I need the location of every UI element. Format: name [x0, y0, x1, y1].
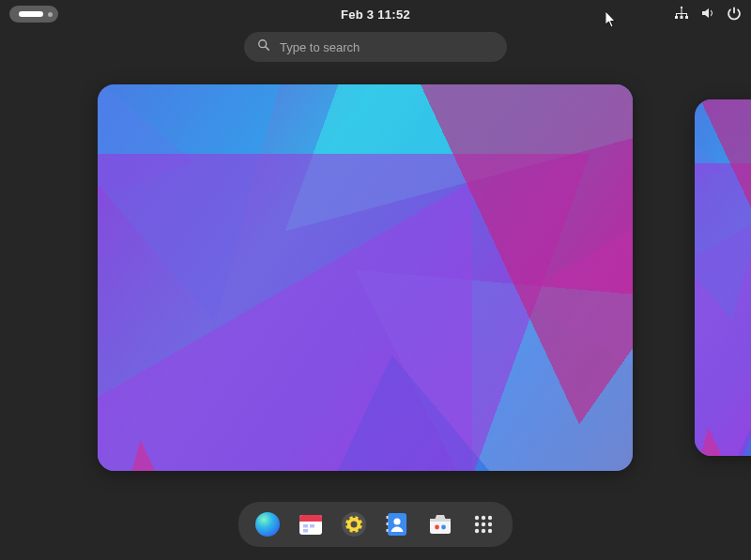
svg-rect-6 [675, 16, 678, 19]
dock-app-contacts[interactable] [383, 510, 411, 538]
dock-app-settings[interactable] [340, 510, 368, 538]
svg-rect-4 [686, 13, 687, 16]
svg-rect-21 [353, 531, 356, 535]
svg-point-45 [482, 529, 485, 533]
workspace-2[interactable] [695, 99, 751, 456]
svg-rect-16 [310, 524, 314, 528]
svg-rect-8 [685, 16, 688, 19]
desktop-wallpaper [695, 99, 751, 456]
dock-app-calendar[interactable] [297, 510, 325, 538]
svg-rect-32 [387, 522, 389, 525]
svg-point-41 [475, 522, 479, 526]
svg-point-46 [488, 529, 492, 533]
dock-app-grid[interactable] [469, 510, 498, 538]
svg-point-38 [475, 516, 479, 520]
svg-point-39 [482, 516, 485, 520]
svg-rect-3 [676, 13, 677, 16]
svg-rect-35 [430, 519, 451, 522]
dock-app-web-browser[interactable] [253, 510, 282, 538]
system-tray[interactable] [674, 6, 742, 23]
svg-point-36 [435, 525, 439, 530]
search-icon [257, 38, 270, 55]
svg-point-28 [351, 522, 358, 528]
svg-line-10 [266, 47, 269, 51]
search-input[interactable] [280, 40, 494, 54]
power-icon[interactable] [727, 6, 742, 23]
svg-point-44 [475, 529, 479, 533]
svg-point-37 [441, 525, 446, 530]
desktop-wallpaper [98, 84, 633, 471]
volume-icon[interactable] [700, 6, 715, 23]
svg-rect-5 [682, 13, 682, 16]
dock-app-software[interactable] [426, 510, 454, 538]
dock [238, 502, 513, 547]
svg-rect-20 [353, 514, 356, 518]
top-bar: Feb 3 11:52 [0, 4, 751, 24]
workspace-overview [0, 84, 751, 478]
clock[interactable]: Feb 3 11:52 [341, 8, 410, 22]
svg-point-40 [488, 516, 492, 520]
svg-rect-7 [681, 16, 683, 19]
svg-rect-17 [303, 529, 308, 533]
svg-rect-23 [360, 523, 364, 526]
svg-rect-14 [299, 519, 322, 522]
search-bar[interactable] [244, 32, 507, 62]
svg-rect-33 [387, 529, 389, 532]
workspace-1[interactable] [98, 84, 633, 471]
svg-rect-31 [387, 516, 389, 519]
svg-rect-1 [682, 8, 682, 13]
svg-point-11 [255, 512, 280, 537]
network-icon[interactable] [674, 6, 689, 23]
svg-point-30 [393, 518, 400, 524]
activities-button[interactable] [9, 6, 58, 23]
svg-rect-0 [681, 7, 682, 8]
svg-point-42 [482, 522, 485, 526]
svg-point-43 [488, 522, 492, 526]
svg-rect-15 [303, 524, 308, 528]
svg-rect-22 [344, 523, 347, 526]
